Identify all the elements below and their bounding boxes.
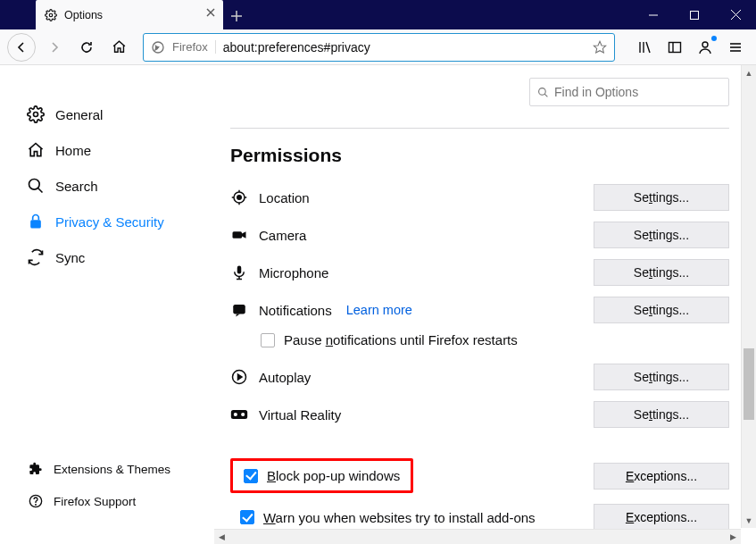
preferences-sidebar: General Home Search Privacy & Security S…	[0, 65, 214, 544]
scroll-left-icon[interactable]: ◀	[214, 530, 229, 545]
scroll-thumb[interactable]	[744, 348, 754, 420]
lock-icon	[27, 213, 45, 230]
sidebar-item-support[interactable]: Firefox Support	[27, 485, 170, 517]
permission-row-camera: Camera Settings...	[230, 216, 729, 254]
sidebar-item-label: Extensions & Themes	[54, 463, 170, 476]
find-in-options[interactable]	[529, 78, 729, 106]
svg-line-13	[646, 42, 650, 53]
pause-notifications-checkbox[interactable]	[261, 333, 275, 347]
sidebar-item-privacy[interactable]: Privacy & Security	[27, 204, 214, 239]
block-popups-row: Block pop-up windows Exceptions...	[230, 453, 729, 498]
window-titlebar: Options	[0, 0, 756, 29]
notification-icon	[230, 302, 248, 318]
settings-button-camera[interactable]: Settings...	[594, 222, 729, 248]
url-input[interactable]	[223, 40, 586, 54]
sidebar-item-home[interactable]: Home	[27, 132, 214, 168]
sidebar-item-label: Sync	[55, 250, 85, 265]
permission-label: Microphone	[259, 265, 328, 280]
tab-close-icon[interactable]	[205, 7, 216, 18]
svg-rect-34	[233, 231, 243, 239]
vertical-scrollbar[interactable]: ▲ ▼	[741, 65, 756, 528]
forward-button	[41, 34, 68, 61]
svg-point-20	[34, 113, 38, 117]
reload-button[interactable]	[73, 34, 100, 61]
search-icon	[537, 87, 549, 98]
svg-point-0	[49, 13, 53, 17]
settings-button-location[interactable]: Settings...	[594, 184, 729, 211]
preferences-main: Permissions Location Settings... Camera …	[214, 65, 756, 544]
sync-icon	[27, 248, 45, 266]
block-popups-highlight: Block pop-up windows	[230, 458, 413, 493]
tab-title: Options	[64, 9, 103, 21]
scroll-htrack[interactable]	[229, 530, 726, 544]
location-icon	[230, 189, 248, 205]
svg-rect-35	[237, 266, 242, 274]
svg-rect-41	[231, 410, 247, 419]
warn-addons-checkbox[interactable]	[240, 510, 254, 524]
browser-tab[interactable]: Options	[36, 0, 223, 29]
gear-icon	[45, 9, 57, 21]
address-bar[interactable]: Firefox	[143, 33, 615, 62]
permission-row-location: Location Settings...	[230, 179, 729, 216]
scroll-right-icon[interactable]: ▶	[726, 530, 741, 545]
sidebar-item-label: General	[55, 107, 103, 122]
sidebar-item-general[interactable]: General	[27, 96, 214, 132]
question-icon	[27, 492, 45, 510]
exceptions-button-popups[interactable]: Exceptions...	[594, 463, 729, 490]
block-popups-label: Block pop-up windows	[267, 468, 400, 483]
svg-point-16	[702, 42, 708, 47]
scroll-track[interactable]	[742, 80, 756, 513]
permission-label: Location	[259, 190, 310, 205]
divider	[230, 128, 729, 129]
permission-label: Autoplay	[259, 370, 311, 385]
sidebar-item-label: Home	[55, 143, 91, 158]
settings-button-vr[interactable]: Settings...	[594, 401, 729, 428]
sidebar-item-label: Privacy & Security	[55, 214, 164, 230]
home-button[interactable]	[105, 34, 132, 61]
permission-label: Notifications	[259, 303, 332, 318]
horizontal-scrollbar[interactable]: ◀ ▶	[214, 529, 741, 544]
autoplay-icon	[230, 369, 248, 385]
svg-rect-6	[691, 11, 699, 19]
window-maximize-button[interactable]	[674, 0, 715, 29]
window-minimize-button[interactable]	[633, 0, 674, 29]
permission-row-notifications: Notifications Learn more Settings...	[230, 291, 729, 329]
block-popups-checkbox[interactable]	[244, 469, 258, 483]
svg-line-27	[544, 94, 547, 96]
sidebar-toggle-icon[interactable]	[661, 34, 688, 61]
sidebar-item-extensions[interactable]: Extensions & Themes	[27, 453, 170, 485]
navigation-toolbar: Firefox	[0, 29, 756, 65]
bookmark-star-icon[interactable]	[593, 40, 607, 54]
new-tab-button[interactable]	[223, 3, 250, 29]
sidebar-item-sync[interactable]: Sync	[27, 239, 214, 275]
microphone-icon	[230, 264, 248, 280]
learn-more-link[interactable]: Learn more	[346, 303, 412, 317]
pause-notifications-row: Pause notifications until Firefox restar…	[230, 329, 729, 358]
gear-icon	[27, 105, 45, 123]
identity-label: Firefox	[172, 40, 216, 54]
find-input[interactable]	[554, 85, 721, 99]
exceptions-button-addons[interactable]: Exceptions...	[594, 504, 729, 531]
warn-addons-label: Warn you when websites try to install ad…	[263, 510, 536, 525]
window-close-button[interactable]	[715, 0, 756, 29]
scroll-down-icon[interactable]: ▼	[742, 513, 756, 528]
menu-icon[interactable]	[722, 34, 749, 61]
search-icon	[27, 177, 45, 195]
account-icon[interactable]	[692, 34, 719, 61]
svg-point-43	[241, 413, 245, 416]
vr-icon	[230, 408, 248, 421]
scroll-up-icon[interactable]: ▲	[742, 65, 756, 80]
svg-point-42	[234, 413, 237, 416]
settings-button-microphone[interactable]: Settings...	[594, 259, 729, 286]
sidebar-item-search[interactable]: Search	[27, 168, 214, 204]
settings-button-autoplay[interactable]: Settings...	[594, 364, 729, 390]
svg-marker-40	[238, 374, 243, 380]
settings-button-notifications[interactable]: Settings...	[594, 297, 729, 323]
permission-row-vr: Virtual Reality Settings...	[230, 396, 729, 433]
library-icon[interactable]	[631, 34, 658, 61]
permission-label: Virtual Reality	[259, 407, 341, 423]
svg-point-25	[36, 505, 37, 506]
svg-rect-14	[669, 42, 681, 52]
camera-icon	[230, 227, 248, 243]
back-button[interactable]	[7, 33, 36, 62]
